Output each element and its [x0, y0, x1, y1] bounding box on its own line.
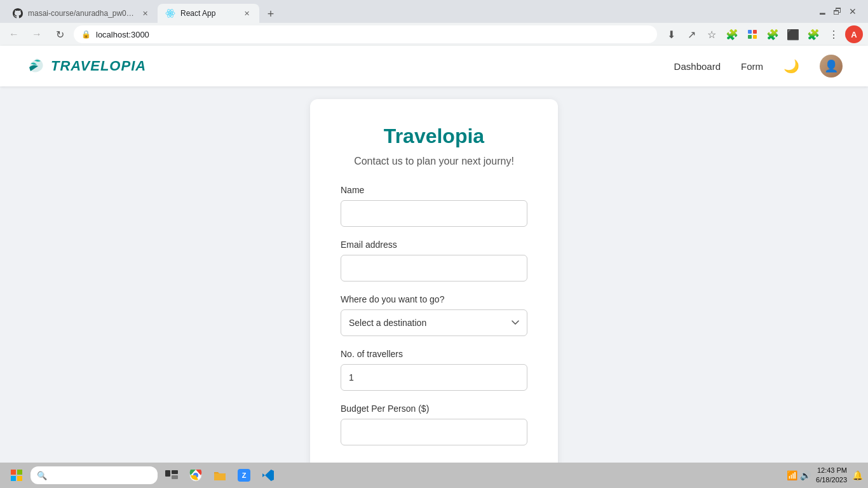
taskbar-left: 🔍	[5, 465, 280, 485]
clock-date: 6/18/2023	[816, 475, 847, 485]
svg-rect-4	[748, 30, 752, 34]
form-title: Travelopia	[341, 125, 527, 148]
tab-react[interactable]: React App ✕	[158, 4, 259, 23]
svg-rect-12	[165, 470, 170, 477]
logo-text: TRAVELOPIA	[51, 58, 146, 74]
svg-rect-13	[172, 470, 178, 474]
share-icon[interactable]: ↗	[682, 25, 700, 43]
dashboard-link[interactable]: Dashboard	[674, 61, 721, 72]
window-controls: 🗕 🗗 ✕	[812, 6, 863, 17]
react-favicon	[165, 8, 175, 18]
travellers-label: No. of travellers	[341, 349, 527, 359]
address-text: localhost:3000	[96, 30, 149, 39]
name-field-group: Name	[341, 185, 527, 227]
github-tab-close[interactable]: ✕	[140, 8, 150, 18]
name-label: Name	[341, 185, 527, 195]
destination-select[interactable]: Select a destination Paris New York Toky…	[341, 309, 527, 336]
taskbar-chrome[interactable]	[184, 465, 207, 485]
dark-mode-button[interactable]: 🌙	[783, 58, 799, 74]
browser-chrome: masai-course/anuradha_pw08_2... ✕ React …	[0, 0, 868, 46]
budget-field-group: Budget Per Person ($)	[341, 403, 527, 445]
svg-rect-10	[11, 476, 16, 481]
email-input[interactable]	[341, 255, 527, 281]
email-field-group: Email address	[341, 240, 527, 281]
taskbar: 🔍	[0, 463, 868, 488]
name-input[interactable]	[341, 200, 527, 227]
clock-time: 12:43 PM	[816, 466, 847, 475]
avatar-image: 👤	[820, 55, 843, 78]
address-bar-row: ← → ↻ 🔒 localhost:3000 ⬇ ↗ ☆ 🧩 🧩 ⬛ 🧩	[0, 23, 868, 46]
budget-label: Budget Per Person ($)	[341, 403, 527, 414]
taskbar-search[interactable]: 🔍	[31, 466, 158, 484]
back-button[interactable]: ←	[5, 25, 23, 43]
network-icon: 📶	[787, 470, 797, 480]
taskbar-taskview[interactable]	[160, 465, 183, 485]
bookmark-icon[interactable]: ☆	[703, 25, 721, 43]
notification-icon[interactable]: 🔔	[852, 470, 863, 480]
taskbar-files[interactable]	[208, 465, 231, 485]
extension4-icon[interactable]: ⬛	[784, 25, 802, 43]
menu-icon[interactable]: ⋮	[825, 25, 843, 43]
taskbar-search-icon: 🔍	[37, 471, 47, 480]
app-wrapper: TRAVELOPIA Dashboard Form 🌙 👤 Travelopia…	[0, 46, 868, 488]
taskbar-search-input[interactable]	[51, 471, 151, 480]
lock-icon: 🔒	[81, 30, 91, 39]
destination-label: Where do you want to go?	[341, 294, 527, 304]
taskbar-clock: 12:43 PM 6/18/2023	[816, 466, 847, 485]
svg-point-0	[169, 12, 172, 15]
github-favicon	[13, 8, 23, 18]
svg-rect-17	[214, 473, 226, 480]
maximize-button[interactable]: 🗗	[832, 6, 843, 17]
destination-field-group: Where do you want to go? Select a destin…	[341, 294, 527, 336]
travellers-input[interactable]	[341, 364, 527, 391]
extension3-icon[interactable]: 🧩	[764, 25, 782, 43]
tab-bar: masai-course/anuradha_pw08_2... ✕ React …	[5, 0, 812, 23]
budget-input[interactable]	[341, 419, 527, 445]
logo-bird-icon	[25, 55, 48, 78]
taskbar-zoom[interactable]: Z	[233, 465, 255, 485]
travellers-field-group: No. of travellers	[341, 349, 527, 391]
svg-rect-8	[11, 470, 16, 475]
svg-rect-14	[172, 475, 178, 479]
svg-rect-6	[748, 35, 752, 39]
extension1-icon[interactable]: 🧩	[723, 25, 741, 43]
volume-icon: 🔊	[800, 470, 811, 480]
forward-button[interactable]: →	[28, 25, 46, 43]
new-tab-button[interactable]: +	[262, 5, 280, 23]
main-content: Travelopia Contact us to plan your next …	[0, 86, 868, 488]
profile-button[interactable]: A	[845, 25, 863, 43]
email-label: Email address	[341, 240, 527, 250]
svg-rect-7	[753, 35, 757, 39]
reload-button[interactable]: ↻	[51, 25, 69, 43]
svg-text:Z: Z	[242, 471, 247, 479]
react-tab-title: React App	[180, 9, 236, 18]
svg-rect-9	[17, 470, 22, 475]
extension2-icon[interactable]	[743, 25, 761, 43]
svg-rect-5	[753, 30, 757, 34]
minimize-button[interactable]: 🗕	[817, 6, 827, 17]
navbar-right: Dashboard Form 🌙 👤	[674, 55, 843, 78]
form-subtitle: Contact us to plan your next journy!	[341, 156, 527, 167]
logo: TRAVELOPIA	[25, 55, 146, 78]
github-tab-title: masai-course/anuradha_pw08_2...	[28, 9, 135, 18]
extensions-icon[interactable]: 🧩	[804, 25, 822, 43]
taskbar-right: 📶 🔊 12:43 PM 6/18/2023 🔔	[787, 466, 863, 485]
react-tab-close[interactable]: ✕	[241, 8, 252, 18]
form-link[interactable]: Form	[741, 61, 763, 72]
tab-bar-row: masai-course/anuradha_pw08_2... ✕ React …	[0, 0, 868, 23]
tab-github[interactable]: masai-course/anuradha_pw08_2... ✕	[5, 4, 158, 23]
user-avatar[interactable]: 👤	[820, 55, 843, 78]
navbar: TRAVELOPIA Dashboard Form 🌙 👤	[0, 46, 868, 86]
browser-toolbar: ⬇ ↗ ☆ 🧩 🧩 ⬛ 🧩 ⋮ A	[662, 25, 863, 43]
form-card: Travelopia Contact us to plan your next …	[310, 99, 558, 484]
taskbar-system-icons: 📶 🔊	[787, 470, 811, 480]
close-button[interactable]: ✕	[848, 6, 858, 17]
start-button[interactable]	[5, 465, 28, 485]
taskbar-vscode[interactable]	[257, 465, 280, 485]
taskbar-apps: Z	[160, 465, 280, 485]
address-bar[interactable]: 🔒 localhost:3000	[74, 25, 657, 43]
svg-rect-11	[17, 476, 22, 481]
download-icon[interactable]: ⬇	[662, 25, 680, 43]
